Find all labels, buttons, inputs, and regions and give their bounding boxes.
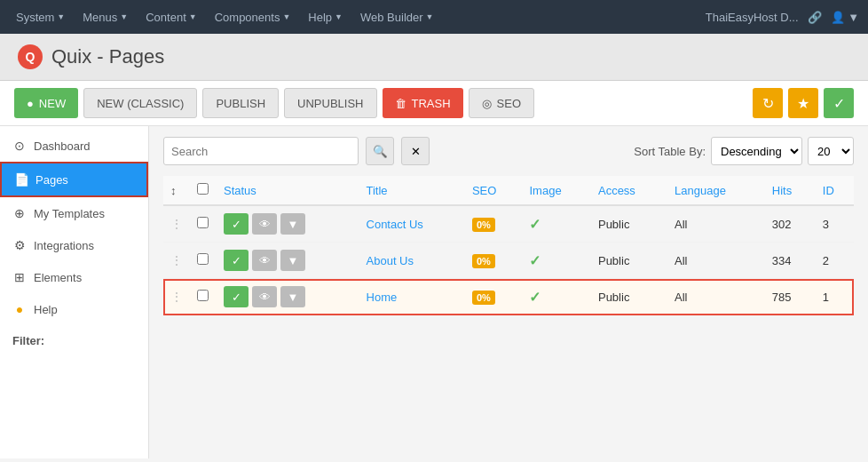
drag-icon: ⋮ [170, 253, 183, 267]
quix-logo: Q [18, 44, 43, 69]
sidebar-item-elements[interactable]: ⊞ Elements [0, 261, 148, 293]
elements-icon: ⊞ [12, 270, 27, 284]
row-status: ✓ 👁 ▼ [217, 205, 359, 243]
status-caret-button[interactable]: ▼ [280, 213, 305, 235]
row-access: Public [591, 243, 667, 279]
nav-help-caret: ▼ [335, 12, 343, 21]
th-seo[interactable]: SEO [465, 176, 523, 205]
nav-components[interactable]: Components ▼ [208, 0, 298, 34]
row-status: ✓ 👁 ▼ [217, 279, 359, 315]
sidebar-item-integrations[interactable]: ⚙ Integrations [0, 229, 148, 261]
nav-webbuilder-caret: ▼ [426, 12, 434, 21]
new-button[interactable]: ● NEW [14, 88, 78, 118]
page-title-link[interactable]: About Us [367, 254, 414, 267]
status-publish-button[interactable]: ✓ [224, 250, 249, 271]
drag-handle[interactable]: ⋮ [163, 243, 190, 279]
seo-button[interactable]: ◎ SEO [469, 88, 534, 118]
status-caret-button[interactable]: ▼ [280, 250, 305, 271]
row-checkbox[interactable] [197, 290, 209, 301]
drag-handle[interactable]: ⋮ [163, 205, 190, 243]
sidebar-label-help: Help [34, 303, 58, 316]
row-checkbox[interactable] [197, 253, 209, 265]
th-status[interactable]: Status [217, 176, 359, 205]
new-classic-button[interactable]: NEW (CLASSIC) [83, 88, 197, 118]
refresh-icon: ↻ [762, 95, 774, 112]
help-icon: ● [12, 302, 27, 316]
drag-handle[interactable]: ⋮ [163, 279, 190, 315]
user-icon[interactable]: 👤 ▼ [831, 11, 859, 24]
status-publish-button[interactable]: ✓ [224, 286, 249, 307]
page-title: Quix - Pages [51, 45, 164, 68]
nav-system-label: System [16, 11, 54, 24]
search-icon: 🔍 [373, 145, 388, 158]
row-seo: 0% [465, 279, 523, 315]
row-id: 3 [816, 205, 854, 243]
row-status: ✓ 👁 ▼ [217, 243, 359, 279]
search-input[interactable] [163, 137, 359, 165]
trash-icon: 🗑 [395, 97, 406, 110]
row-checkbox[interactable] [197, 217, 209, 228]
external-link-icon[interactable]: 🔗 [808, 11, 822, 24]
sidebar-item-my-templates[interactable]: ⊕ My Templates [0, 197, 148, 229]
check-button[interactable]: ✓ [824, 88, 854, 118]
unpublish-button[interactable]: UNPUBLISH [284, 88, 376, 118]
th-access[interactable]: Access [591, 176, 667, 205]
status-eye-button[interactable]: 👁 [252, 213, 277, 235]
top-nav-left: System ▼ Menus ▼ Content ▼ Components ▼ … [9, 0, 441, 34]
table-header-row: ↕ Status Title SEO Image Access Language… [163, 176, 854, 205]
status-buttons: ✓ 👁 ▼ [224, 213, 352, 235]
sidebar-label-pages: Pages [36, 173, 68, 187]
image-check-icon: ✓ [529, 290, 541, 305]
sidebar-item-help[interactable]: ● Help [0, 293, 148, 325]
th-hits[interactable]: Hits [765, 176, 816, 205]
user-name[interactable]: ThaiEasyHost D... [706, 11, 799, 24]
table-body: ⋮ ✓ 👁 ▼ Contact Us [163, 205, 854, 315]
row-title: Contact Us [359, 205, 465, 243]
nav-content-caret: ▼ [189, 12, 197, 21]
row-image: ✓ [522, 205, 590, 243]
th-image[interactable]: Image [522, 176, 590, 205]
sort-controls: Sort Table By: Descending Ascending 20 1… [634, 137, 854, 165]
row-title: Home [359, 279, 465, 315]
filter-section: Filter: [0, 325, 148, 351]
search-button[interactable]: 🔍 [366, 137, 394, 165]
th-title[interactable]: Title [359, 176, 465, 205]
nav-system-caret: ▼ [57, 12, 65, 21]
status-caret-button[interactable]: ▼ [280, 286, 305, 307]
clear-icon: ✕ [411, 145, 421, 158]
status-eye-button[interactable]: 👁 [252, 286, 277, 307]
nav-menus[interactable]: Menus ▼ [75, 0, 135, 34]
th-id[interactable]: ID [816, 176, 854, 205]
nav-help[interactable]: Help ▼ [301, 0, 350, 34]
star-button[interactable]: ★ [788, 88, 818, 118]
th-check[interactable] [190, 176, 217, 205]
status-publish-button[interactable]: ✓ [224, 213, 249, 235]
check-icon: ✓ [833, 95, 845, 112]
pages-table: ↕ Status Title SEO Image Access Language… [163, 176, 854, 315]
status-eye-button[interactable]: 👁 [252, 250, 277, 271]
nav-system[interactable]: System ▼ [9, 0, 72, 34]
seo-badge: 0% [472, 254, 495, 268]
sort-select[interactable]: Descending Ascending [711, 137, 802, 165]
nav-webbuilder[interactable]: Web Builder ▼ [353, 0, 441, 34]
nav-content[interactable]: Content ▼ [138, 0, 203, 34]
th-sort[interactable]: ↕ [163, 176, 190, 205]
publish-button[interactable]: PUBLISH [202, 88, 279, 118]
page-title-link[interactable]: Contact Us [367, 218, 423, 231]
page-header: Q Quix - Pages [0, 34, 868, 81]
sidebar-item-pages[interactable]: 📄 Pages [0, 162, 148, 197]
sidebar-item-dashboard[interactable]: ⊙ Dashboard [0, 130, 148, 162]
select-all-checkbox[interactable] [197, 183, 209, 195]
nav-content-label: Content [146, 11, 186, 24]
row-image: ✓ [522, 279, 590, 315]
refresh-button[interactable]: ↻ [753, 88, 783, 118]
count-select[interactable]: 20 10 50 [808, 137, 854, 165]
row-seo: 0% [465, 243, 523, 279]
dashboard-icon: ⊙ [12, 139, 27, 153]
trash-button[interactable]: 🗑 TRASH [383, 88, 463, 118]
search-bar: 🔍 ✕ Sort Table By: Descending Ascending … [163, 137, 854, 165]
page-title-link[interactable]: Home [367, 291, 398, 304]
th-language[interactable]: Language [667, 176, 765, 205]
row-title: About Us [359, 243, 465, 279]
clear-search-button[interactable]: ✕ [401, 137, 430, 165]
